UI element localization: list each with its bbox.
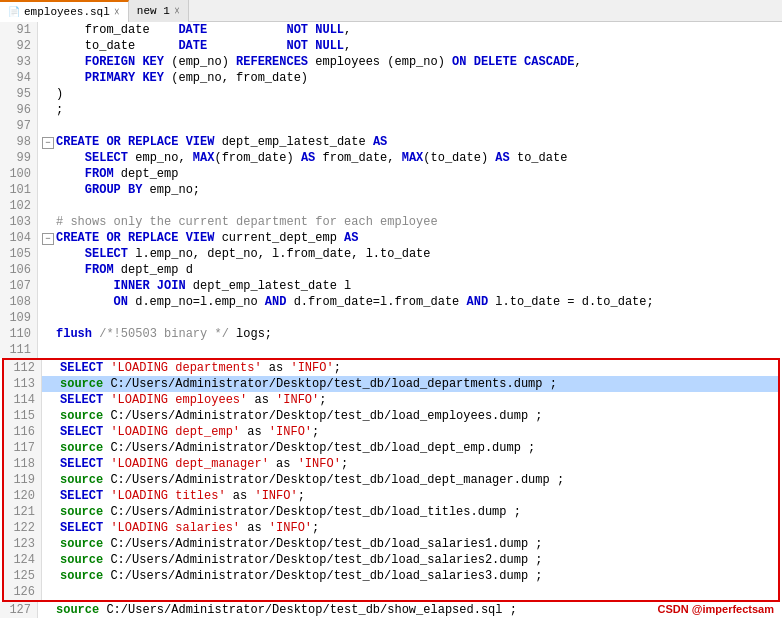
code-cell-115: source C:/Users/Administrator/Desktop/te…	[42, 408, 778, 424]
code-cell-105: SELECT l.emp_no, dept_no, l.from_date, l…	[38, 246, 782, 262]
tab-new1-close[interactable]: ☓	[174, 5, 180, 17]
fold-icon-98[interactable]: −	[42, 137, 54, 149]
code-cell-108: ON d.emp_no=l.emp_no AND d.from_date=l.f…	[38, 294, 782, 310]
editor-container: 📄 employees.sql ☓ new 1 ☓ 91 from_date D…	[0, 0, 782, 623]
code-lines: 91 from_date DATE NOT NULL,92 to_date DA…	[0, 22, 782, 618]
code-cell-111	[38, 342, 782, 358]
code-cell-116: SELECT 'LOADING dept_emp' as 'INFO';	[42, 424, 778, 440]
line-number-110: 110	[0, 326, 38, 342]
tab-employees-icon: 📄	[8, 6, 20, 18]
line-number-95: 95	[0, 86, 38, 102]
line-114: 114SELECT 'LOADING employees' as 'INFO';	[4, 392, 778, 408]
line-number-103: 103	[0, 214, 38, 230]
code-cell-102	[38, 198, 782, 214]
code-cell-94: PRIMARY KEY (emp_no, from_date)	[38, 70, 782, 86]
tab-employees-sql[interactable]: 📄 employees.sql ☓	[0, 0, 129, 22]
line-number-99: 99	[0, 150, 38, 166]
tab-employees-close[interactable]: ☓	[114, 6, 120, 18]
code-cell-124: source C:/Users/Administrator/Desktop/te…	[42, 552, 778, 568]
line-number-118: 118	[4, 456, 42, 472]
line-118: 118SELECT 'LOADING dept_manager' as 'INF…	[4, 456, 778, 472]
line-120: 120SELECT 'LOADING titles' as 'INFO';	[4, 488, 778, 504]
code-cell-99: SELECT emp_no, MAX(from_date) AS from_da…	[38, 150, 782, 166]
line-number-115: 115	[4, 408, 42, 424]
line-121: 121source C:/Users/Administrator/Desktop…	[4, 504, 778, 520]
line-99: 99 SELECT emp_no, MAX(from_date) AS from…	[0, 150, 782, 166]
line-number-112: 112	[4, 360, 42, 376]
line-number-122: 122	[4, 520, 42, 536]
line-number-102: 102	[0, 198, 38, 214]
line-116: 116SELECT 'LOADING dept_emp' as 'INFO';	[4, 424, 778, 440]
line-101: 101 GROUP BY emp_no;	[0, 182, 782, 198]
code-cell-113: source C:/Users/Administrator/Desktop/te…	[42, 376, 778, 392]
line-number-109: 109	[0, 310, 38, 326]
line-number-94: 94	[0, 70, 38, 86]
line-number-117: 117	[4, 440, 42, 456]
code-cell-125: source C:/Users/Administrator/Desktop/te…	[42, 568, 778, 584]
line-107: 107 INNER JOIN dept_emp_latest_date l	[0, 278, 782, 294]
code-cell-106: FROM dept_emp d	[38, 262, 782, 278]
code-cell-123: source C:/Users/Administrator/Desktop/te…	[42, 536, 778, 552]
line-number-113: 113	[4, 376, 42, 392]
line-109: 109	[0, 310, 782, 326]
line-125: 125source C:/Users/Administrator/Desktop…	[4, 568, 778, 584]
line-number-119: 119	[4, 472, 42, 488]
line-number-127: 127	[0, 602, 38, 618]
code-cell-110: flush /*!50503 binary */ logs;	[38, 326, 782, 342]
line-104: 104−CREATE OR REPLACE VIEW current_dept_…	[0, 230, 782, 246]
line-124: 124source C:/Users/Administrator/Desktop…	[4, 552, 778, 568]
tab-new1[interactable]: new 1 ☓	[129, 0, 189, 22]
code-cell-107: INNER JOIN dept_emp_latest_date l	[38, 278, 782, 294]
line-number-121: 121	[4, 504, 42, 520]
code-cell-121: source C:/Users/Administrator/Desktop/te…	[42, 504, 778, 520]
code-cell-127: source C:/Users/Administrator/Desktop/te…	[38, 602, 782, 618]
line-number-104: 104	[0, 230, 38, 246]
line-number-106: 106	[0, 262, 38, 278]
tab-new1-label: new 1	[137, 5, 170, 17]
fold-icon-104[interactable]: −	[42, 233, 54, 245]
line-113: 113source C:/Users/Administrator/Desktop…	[4, 376, 778, 392]
line-100: 100 FROM dept_emp	[0, 166, 782, 182]
code-cell-118: SELECT 'LOADING dept_manager' as 'INFO';	[42, 456, 778, 472]
line-number-92: 92	[0, 38, 38, 54]
line-105: 105 SELECT l.emp_no, dept_no, l.from_dat…	[0, 246, 782, 262]
line-number-120: 120	[4, 488, 42, 504]
line-number-126: 126	[4, 584, 42, 600]
line-number-100: 100	[0, 166, 38, 182]
code-cell-120: SELECT 'LOADING titles' as 'INFO';	[42, 488, 778, 504]
tab-employees-label: employees.sql	[24, 6, 110, 18]
code-cell-114: SELECT 'LOADING employees' as 'INFO';	[42, 392, 778, 408]
line-number-107: 107	[0, 278, 38, 294]
line-number-116: 116	[4, 424, 42, 440]
code-cell-122: SELECT 'LOADING salaries' as 'INFO';	[42, 520, 778, 536]
line-119: 119source C:/Users/Administrator/Desktop…	[4, 472, 778, 488]
code-cell-96: ;	[38, 102, 782, 118]
code-cell-91: from_date DATE NOT NULL,	[38, 22, 782, 38]
code-cell-119: source C:/Users/Administrator/Desktop/te…	[42, 472, 778, 488]
code-cell-98: −CREATE OR REPLACE VIEW dept_emp_latest_…	[38, 134, 782, 150]
line-102: 102	[0, 198, 782, 214]
code-lines-wrapper[interactable]: 91 from_date DATE NOT NULL,92 to_date DA…	[0, 22, 782, 623]
line-number-114: 114	[4, 392, 42, 408]
line-106: 106 FROM dept_emp d	[0, 262, 782, 278]
line-93: 93 FOREIGN KEY (emp_no) REFERENCES emplo…	[0, 54, 782, 70]
line-number-108: 108	[0, 294, 38, 310]
line-number-97: 97	[0, 118, 38, 134]
line-112: 112SELECT 'LOADING departments' as 'INFO…	[4, 360, 778, 376]
line-number-125: 125	[4, 568, 42, 584]
code-cell-95: )	[38, 86, 782, 102]
code-cell-103: # shows only the current department for …	[38, 214, 782, 230]
line-110: 110flush /*!50503 binary */ logs;	[0, 326, 782, 342]
line-number-101: 101	[0, 182, 38, 198]
code-cell-104: −CREATE OR REPLACE VIEW current_dept_emp…	[38, 230, 782, 246]
line-91: 91 from_date DATE NOT NULL,	[0, 22, 782, 38]
line-98: 98−CREATE OR REPLACE VIEW dept_emp_lates…	[0, 134, 782, 150]
line-127: 127source C:/Users/Administrator/Desktop…	[0, 602, 782, 618]
code-cell-100: FROM dept_emp	[38, 166, 782, 182]
line-96: 96;	[0, 102, 782, 118]
code-cell-109	[38, 310, 782, 326]
code-cell-126	[42, 584, 778, 600]
line-122: 122SELECT 'LOADING salaries' as 'INFO';	[4, 520, 778, 536]
code-cell-93: FOREIGN KEY (emp_no) REFERENCES employee…	[38, 54, 782, 70]
line-117: 117source C:/Users/Administrator/Desktop…	[4, 440, 778, 456]
